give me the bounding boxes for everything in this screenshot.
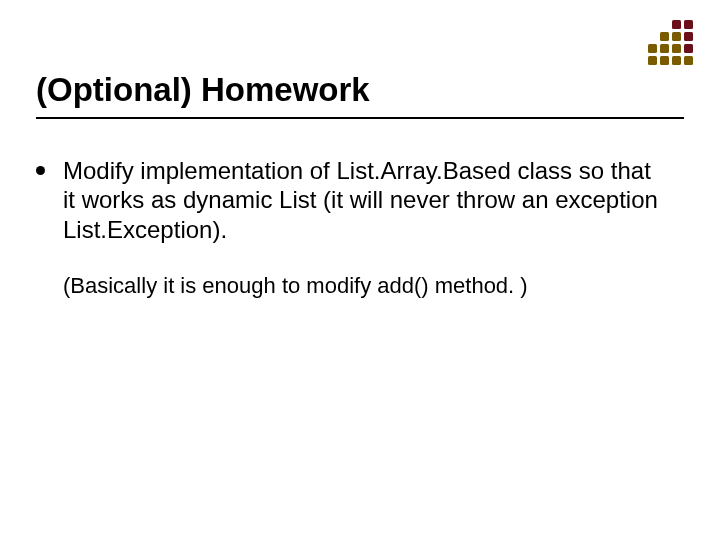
bullet-text: Modify implementation of List.Array.Base…: [63, 156, 666, 244]
bullet-icon: [36, 166, 45, 175]
sub-text: (Basically it is enough to modify add() …: [63, 272, 666, 300]
corner-decoration: [648, 20, 694, 66]
slide: (Optional) Homework Modify implementatio…: [0, 0, 720, 540]
bullet-item: Modify implementation of List.Array.Base…: [36, 156, 666, 244]
slide-title: (Optional) Homework: [36, 72, 684, 119]
title-container: (Optional) Homework: [36, 72, 684, 119]
body-container: Modify implementation of List.Array.Base…: [36, 156, 666, 299]
